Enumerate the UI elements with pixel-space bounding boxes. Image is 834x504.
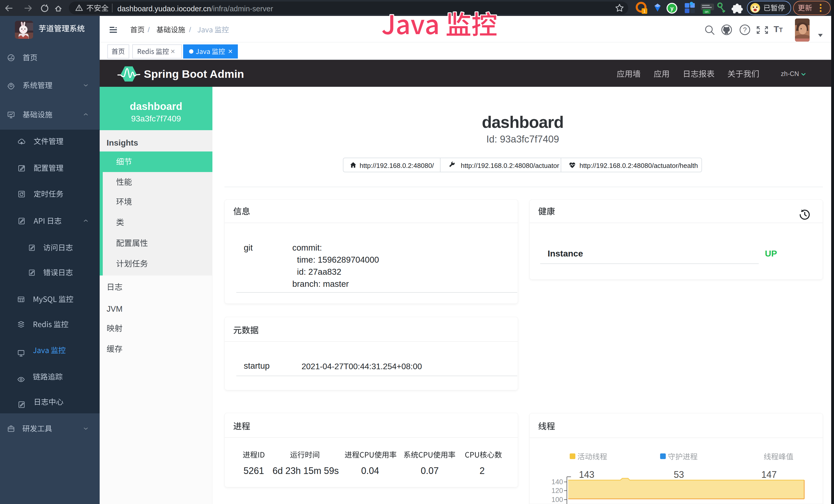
svg-text:1: 1	[643, 9, 646, 13]
svg-text:y: y	[671, 5, 674, 12]
svg-text:on: on	[705, 10, 708, 14]
svg-text:?: ?	[743, 26, 747, 33]
